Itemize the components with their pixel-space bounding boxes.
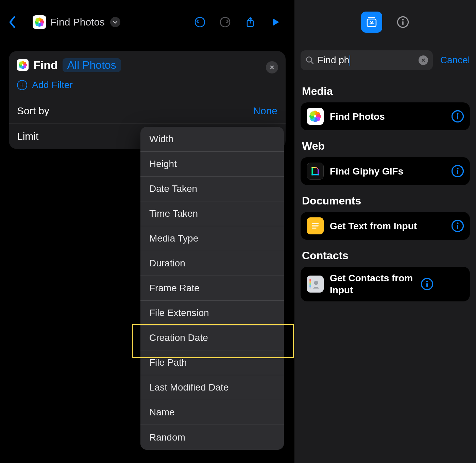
result-info-button[interactable] (421, 278, 433, 290)
section-header-contacts: Contacts (294, 244, 476, 267)
section-header-documents: Documents (294, 189, 476, 212)
result-find-photos[interactable]: Find Photos (301, 102, 470, 130)
actions-library-panel: Find ph Cancel Media Find Photos Web (294, 0, 476, 463)
action-verb: Find (33, 59, 58, 72)
giphy-app-icon (307, 163, 324, 180)
shortcut-title[interactable]: Find Photos (50, 16, 105, 28)
section-header-media: Media (294, 80, 476, 102)
section-header-web: Web (294, 134, 476, 157)
sort-by-row[interactable]: Sort by None (9, 98, 286, 123)
search-row: Find ph Cancel (294, 44, 476, 80)
contacts-app-icon (307, 276, 324, 293)
search-input[interactable]: Find ph (301, 50, 433, 70)
result-info-button[interactable] (452, 220, 464, 232)
result-info-button[interactable] (452, 110, 464, 122)
svg-rect-26 (311, 167, 316, 168)
result-get-text[interactable]: Get Text from Input (301, 212, 470, 240)
photos-app-icon (307, 108, 324, 125)
text-doc-icon (307, 217, 324, 234)
plus-icon: + (17, 80, 27, 90)
clear-search-button[interactable] (419, 55, 428, 65)
result-label: Find Giphy GIFs (330, 165, 445, 177)
menu-item-file-extension[interactable]: File Extension (140, 301, 284, 326)
run-button[interactable] (265, 11, 286, 33)
info-tab-button[interactable] (396, 16, 409, 29)
sort-by-value[interactable]: None (253, 105, 277, 117)
svg-point-39 (314, 281, 318, 285)
menu-item-media-type[interactable]: Media Type (140, 226, 284, 251)
result-label: Get Contacts from Input (330, 272, 415, 296)
menu-item-name[interactable]: Name (140, 400, 284, 425)
add-filter-button[interactable]: + Add Filter (9, 76, 286, 98)
svg-rect-37 (309, 283, 311, 285)
menu-item-time-taken[interactable]: Time Taken (140, 201, 284, 226)
menu-item-last-modified[interactable]: Last Modified Date (140, 375, 284, 400)
result-label: Get Text from Input (330, 220, 445, 232)
redo-button[interactable] (214, 11, 236, 33)
shortcut-app-icon (33, 15, 46, 29)
cancel-search-button[interactable]: Cancel (440, 55, 470, 66)
svg-rect-28 (316, 167, 317, 168)
result-find-giphy[interactable]: Find Giphy GIFs (301, 157, 470, 185)
result-get-contacts[interactable]: Get Contacts from Input (301, 267, 470, 301)
result-info-button[interactable] (452, 165, 464, 177)
svg-rect-35 (309, 279, 311, 281)
menu-item-date-taken[interactable]: Date Taken (140, 177, 284, 201)
editor-header: Find Photos (0, 0, 294, 44)
result-label: Find Photos (330, 111, 445, 122)
library-header (294, 0, 476, 44)
share-button[interactable] (239, 11, 261, 33)
svg-rect-29 (317, 168, 318, 169)
title-options-button[interactable] (110, 17, 120, 27)
back-button[interactable] (8, 16, 16, 29)
menu-item-creation-date[interactable]: Creation Date (140, 326, 284, 350)
remove-action-button[interactable] (266, 61, 278, 73)
sort-by-label: Sort by (17, 105, 49, 117)
menu-item-width[interactable]: Width (140, 127, 284, 152)
limit-label: Limit (17, 131, 38, 142)
apps-tab-button[interactable] (361, 12, 382, 33)
action-parameter-chip[interactable]: All Photos (63, 58, 121, 72)
shortcut-editor-panel: Find Photos Find All Photos (0, 0, 294, 463)
menu-item-file-path[interactable]: File Path (140, 350, 284, 375)
undo-button[interactable] (189, 11, 211, 33)
menu-item-height[interactable]: Height (140, 152, 284, 177)
svg-marker-15 (273, 18, 279, 26)
svg-rect-30 (318, 169, 319, 171)
search-text: Find ph (318, 55, 415, 66)
menu-item-random[interactable]: Random (140, 425, 284, 450)
menu-item-frame-rate[interactable]: Frame Rate (140, 276, 284, 301)
svg-rect-38 (309, 285, 311, 287)
menu-item-duration[interactable]: Duration (140, 251, 284, 276)
svg-rect-27 (311, 174, 319, 176)
svg-line-21 (311, 61, 313, 64)
svg-rect-24 (311, 167, 313, 176)
action-title-row: Find All Photos (9, 51, 286, 76)
search-icon (305, 56, 314, 65)
sort-by-menu: Width Height Date Taken Time Taken Media… (140, 127, 284, 450)
photos-app-icon (17, 59, 29, 71)
svg-rect-36 (309, 281, 311, 283)
